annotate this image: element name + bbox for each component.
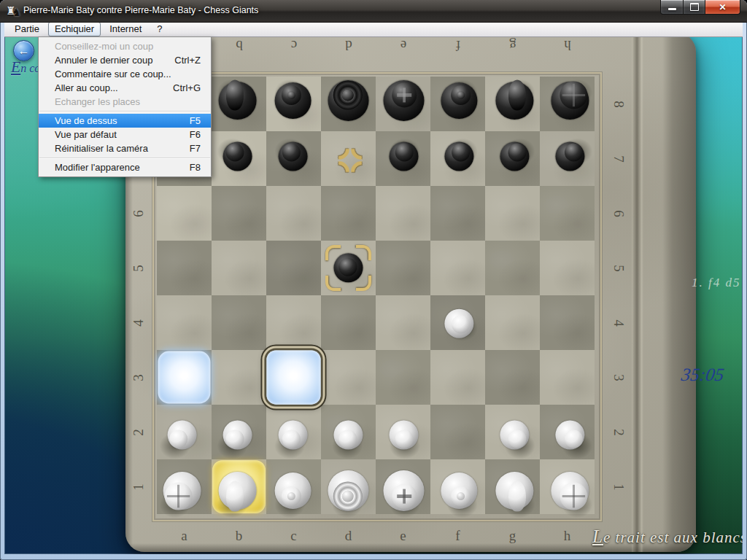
coord-rank-right-2: 2 bbox=[611, 429, 627, 436]
piece-white-bishop-f1[interactable] bbox=[430, 459, 485, 514]
menubar: Partie Echiquier Internet ? bbox=[4, 22, 743, 37]
piece-black-rook-h8[interactable] bbox=[540, 77, 595, 131]
menu-item-label: Conseillez-moi un coup bbox=[55, 41, 153, 52]
menu-item-shortcut: F6 bbox=[190, 128, 201, 141]
square-e3[interactable] bbox=[376, 350, 430, 405]
piece-white-pawn-e2[interactable] bbox=[376, 405, 430, 459]
coord-rank-right-6: 6 bbox=[611, 210, 627, 217]
square-h3[interactable] bbox=[540, 350, 595, 405]
piece-white-pawn-a2[interactable] bbox=[157, 405, 212, 459]
menu-item-vue-par-defaut[interactable]: Vue par défautF6 bbox=[39, 128, 211, 141]
square-f6[interactable] bbox=[430, 186, 485, 241]
square-f5[interactable] bbox=[430, 241, 485, 295]
chess-pieces-icon: ♜ ♞ bbox=[6, 4, 20, 18]
square-d3[interactable] bbox=[321, 350, 376, 405]
close-button[interactable]: ✕ bbox=[705, 0, 740, 15]
coord-file-bottom-d: d bbox=[345, 528, 352, 544]
piece-white-pawn-c2[interactable] bbox=[266, 405, 321, 459]
maximize-button[interactable] bbox=[684, 0, 705, 15]
move-hint-square-a3[interactable] bbox=[158, 351, 211, 404]
menu-item-echanger-les-places[interactable]: Echanger les places bbox=[39, 95, 211, 109]
piece-white-rook-a1[interactable] bbox=[157, 459, 212, 514]
coord-file-bottom-f: f bbox=[455, 528, 460, 544]
piece-white-pawn-g2[interactable] bbox=[485, 405, 540, 459]
square-c5[interactable] bbox=[266, 241, 321, 295]
square-h6[interactable] bbox=[540, 186, 595, 241]
piece-white-pawn-h2[interactable] bbox=[540, 405, 595, 459]
piece-black-knight-g8[interactable] bbox=[485, 77, 540, 131]
square-a6[interactable] bbox=[157, 186, 212, 241]
coord-rank-left-6: 6 bbox=[131, 210, 147, 217]
square-g6[interactable] bbox=[485, 186, 540, 241]
close-icon: ✕ bbox=[719, 2, 726, 12]
piece-black-bishop-f8[interactable] bbox=[430, 77, 485, 131]
piece-white-bishop-c1[interactable] bbox=[266, 459, 321, 514]
piece-white-pawn-f4[interactable] bbox=[430, 295, 485, 350]
menubar-item-partie[interactable]: Partie bbox=[8, 22, 46, 36]
piece-white-knight-b1[interactable] bbox=[212, 459, 266, 514]
coord-file-bottom-c: c bbox=[290, 528, 296, 544]
square-e6[interactable] bbox=[376, 186, 430, 241]
square-h4[interactable] bbox=[540, 295, 595, 350]
piece-white-queen-d1[interactable] bbox=[321, 459, 376, 514]
square-h5[interactable] bbox=[540, 241, 595, 295]
piece-white-pawn-d2[interactable] bbox=[321, 405, 376, 459]
menubar-item-help[interactable]: ? bbox=[150, 22, 169, 36]
square-g5[interactable] bbox=[485, 241, 540, 295]
square-a4[interactable] bbox=[157, 295, 212, 350]
piece-white-knight-g1[interactable] bbox=[485, 459, 540, 514]
piece-black-pawn-d5[interactable] bbox=[321, 241, 376, 295]
piece-black-pawn-c7[interactable] bbox=[266, 131, 321, 186]
coord-file-bottom-g: g bbox=[509, 528, 516, 544]
piece-white-king-e1[interactable] bbox=[376, 459, 430, 514]
menu-item-conseillez-moi-un-coup[interactable]: Conseillez-moi un coup bbox=[39, 39, 211, 53]
piece-white-pawn-b2[interactable] bbox=[212, 405, 266, 459]
square-b3[interactable] bbox=[212, 350, 266, 405]
square-b5[interactable] bbox=[212, 241, 266, 295]
menubar-item-echiquier[interactable]: Echiquier bbox=[48, 22, 101, 36]
piece-black-king-e8[interactable] bbox=[376, 77, 430, 131]
menu-item-commentaire-sur-ce-coup[interactable]: Commentaire sur ce coup... bbox=[39, 67, 211, 81]
square-e5[interactable] bbox=[376, 241, 430, 295]
coord-file-bottom-h: h bbox=[564, 528, 571, 544]
piece-black-pawn-h7[interactable] bbox=[540, 131, 595, 186]
square-b4[interactable] bbox=[212, 295, 266, 350]
square-g3[interactable] bbox=[485, 350, 540, 405]
menu-item-shortcut: Ctrl+Z bbox=[174, 53, 201, 67]
window-title: Pierre-Marie Baty contre Pierre-Marie Ba… bbox=[23, 5, 258, 15]
coord-rank-left-3: 3 bbox=[131, 374, 147, 381]
square-c6[interactable] bbox=[266, 186, 321, 241]
menu-item-label: Echanger les places bbox=[55, 96, 140, 107]
coord-file-bottom-e: e bbox=[400, 528, 406, 544]
back-button[interactable]: ← bbox=[13, 40, 34, 61]
square-d6[interactable] bbox=[321, 186, 376, 241]
square-f2[interactable] bbox=[430, 405, 485, 459]
square-e4[interactable] bbox=[376, 295, 430, 350]
square-g4[interactable] bbox=[485, 295, 540, 350]
minimize-button[interactable] bbox=[660, 0, 684, 15]
square-a5[interactable] bbox=[157, 241, 212, 295]
menu-item-modifier-l-apparence[interactable]: Modifier l'apparenceF8 bbox=[39, 160, 211, 174]
piece-black-knight-b8[interactable] bbox=[212, 77, 266, 131]
menu-item-annuler-le-dernier-coup[interactable]: Annuler le dernier coupCtrl+Z bbox=[39, 53, 211, 67]
square-d7[interactable] bbox=[321, 131, 376, 186]
piece-black-pawn-g7[interactable] bbox=[485, 131, 540, 186]
square-f3[interactable] bbox=[430, 350, 485, 405]
cursor-square-c3[interactable] bbox=[266, 350, 320, 404]
square-d4[interactable] bbox=[321, 295, 376, 350]
piece-black-pawn-f7[interactable] bbox=[430, 131, 485, 186]
piece-black-pawn-e7[interactable] bbox=[376, 131, 430, 186]
menu-item-aller-au-coup[interactable]: Aller au coup...Ctrl+G bbox=[39, 81, 211, 95]
minimize-icon bbox=[668, 8, 676, 10]
menu-item-reinitialiser-la-camera[interactable]: Réinitialiser la caméraF7 bbox=[39, 141, 211, 155]
piece-black-queen-d8[interactable] bbox=[321, 77, 376, 131]
square-b6[interactable] bbox=[212, 186, 266, 241]
piece-black-bishop-c8[interactable] bbox=[266, 77, 321, 131]
coord-rank-left-5: 5 bbox=[131, 265, 147, 272]
piece-black-pawn-b7[interactable] bbox=[212, 131, 266, 186]
menubar-item-internet[interactable]: Internet bbox=[103, 22, 148, 36]
menu-item-vue-de-dessus[interactable]: Vue de dessusF5 bbox=[39, 114, 211, 128]
square-c4[interactable] bbox=[266, 295, 321, 350]
context-menu: Conseillez-moi un coupAnnuler le dernier… bbox=[38, 36, 212, 177]
piece-white-rook-h1[interactable] bbox=[540, 459, 595, 514]
